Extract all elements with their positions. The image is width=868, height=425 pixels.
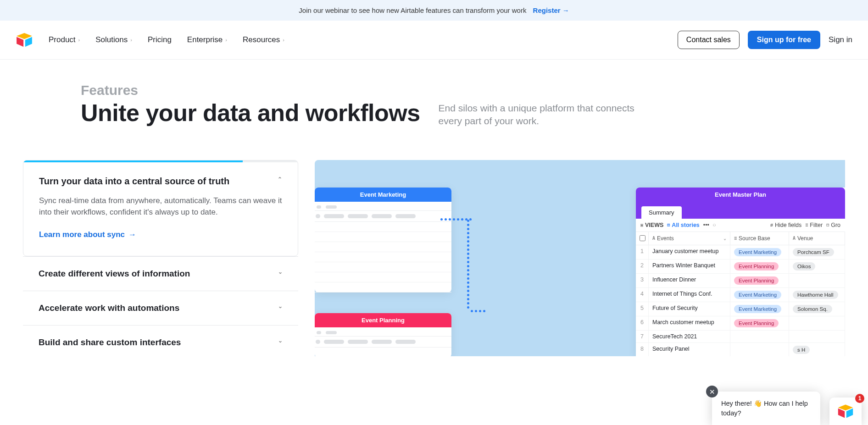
learn-more-link[interactable]: Learn more about sync→ (39, 230, 136, 239)
signin-link[interactable]: Sign in (829, 35, 852, 44)
chevron-right-icon: › (130, 37, 132, 43)
connection-dots (466, 219, 470, 309)
venue-pill: s H (793, 346, 810, 354)
cell-venue[interactable] (789, 331, 845, 342)
more-icon[interactable]: ••• (703, 222, 709, 228)
chevron-down-icon: ⌄ (278, 303, 283, 309)
cell-source[interactable]: Event Marketing (730, 288, 789, 302)
nav-pricing[interactable]: Pricing (148, 35, 172, 44)
source-pill: Event Planning (734, 319, 779, 327)
accordion-item-interfaces[interactable]: Build and share custom interfaces ⌄ (23, 325, 298, 359)
cell-source[interactable] (730, 331, 789, 342)
table-row[interactable]: 4Internet of Things Conf.Event Marketing… (636, 288, 845, 302)
cell-source[interactable]: Event Planning (730, 259, 789, 273)
col-source[interactable]: ≡ Source Base (730, 232, 789, 245)
tab-summary[interactable]: Summary (641, 206, 682, 219)
row-number: 1 (636, 245, 649, 259)
nav-enterprise[interactable]: Enterprise› (187, 35, 227, 44)
hero-subtitle: End silos with a unique platform that co… (439, 100, 659, 128)
group-icon: ⊟ (826, 222, 829, 227)
svg-marker-2 (25, 37, 32, 47)
main-nav: Product› Solutions› Pricing Enterprise› … (0, 21, 868, 60)
source-pill: Event Marketing (734, 305, 781, 313)
row-number: 6 (636, 316, 649, 330)
svg-marker-1 (17, 37, 23, 47)
cell-event[interactable]: Security Panel (649, 343, 730, 356)
cell-venue[interactable]: Hawthorne Hall (789, 288, 845, 302)
chevron-right-icon: › (283, 37, 284, 43)
pane-event-marketing: Event Marketing (315, 188, 451, 293)
accordion-text: Sync real-time data from anywhere, autom… (39, 195, 282, 218)
banner-register-link[interactable]: Register→ (533, 6, 569, 14)
cell-venue[interactable]: Porchcam SF (789, 245, 845, 259)
pane-event-planning: Event Planning (315, 313, 451, 356)
cell-event[interactable]: Partners Winter Banquet (649, 259, 730, 273)
hide-fields-button[interactable]: ø Hide fields (770, 222, 801, 228)
contact-sales-button[interactable]: Contact sales (678, 31, 740, 49)
cell-source[interactable]: Event Marketing (730, 245, 789, 259)
table-row[interactable]: 7SecureTech 2021 (636, 331, 845, 343)
cell-venue[interactable]: Oikos (789, 259, 845, 273)
table-row[interactable]: 6March customer meetupEvent Planning (636, 316, 845, 331)
cell-venue[interactable] (789, 274, 845, 287)
table-row[interactable]: 8Security Panels H (636, 343, 845, 356)
row-number: 4 (636, 288, 649, 302)
accordion-item-automations[interactable]: Accelerate work with automations ⌄ (23, 291, 298, 325)
source-pill: Event Marketing (734, 291, 781, 299)
hero-title: Unite your data and workflows (81, 100, 420, 126)
feature-visual: Event Marketing Event Planning (315, 160, 845, 356)
sidebar-icon: ▣ (640, 222, 643, 227)
cell-source[interactable]: Event Marketing (730, 302, 789, 316)
table-row[interactable]: 2Partners Winter BanquetEvent PlanningOi… (636, 259, 845, 274)
accordion-item-views[interactable]: Create different views of information ⌄ (23, 256, 298, 291)
cell-source[interactable] (730, 343, 789, 356)
cell-venue[interactable]: s H (789, 343, 845, 356)
cell-event[interactable]: SecureTech 2021 (649, 331, 730, 342)
list-icon: ≡ (734, 236, 737, 241)
nav-solutions[interactable]: Solutions› (95, 35, 132, 44)
grid-icon: ⊞ (667, 222, 670, 227)
col-venue[interactable]: A Venue (789, 232, 845, 245)
cell-event[interactable]: Influencer Dinner (649, 274, 730, 287)
accordion: Turn your data into a central source of … (23, 160, 298, 359)
cell-venue[interactable] (789, 316, 845, 330)
row-number: 7 (636, 331, 649, 342)
chevron-down-icon: ⌄ (278, 337, 283, 344)
chevron-right-icon: › (78, 37, 80, 43)
group-button[interactable]: ⊟ Gro (826, 222, 840, 228)
airtable-logo[interactable] (16, 33, 33, 47)
pane-header: Event Marketing (315, 188, 451, 202)
pane-event-master-plan: Event Master Plan Summary ▣ VIEWS ⊞ All … (636, 188, 845, 356)
source-pill: Event Marketing (734, 248, 781, 256)
pane-header: Event Master Plan (636, 188, 845, 202)
nav-product[interactable]: Product› (49, 35, 80, 44)
select-all-checkbox[interactable] (640, 235, 645, 241)
views-button[interactable]: ▣ VIEWS (640, 222, 663, 228)
filter-button[interactable]: ≡ Filter (805, 222, 823, 228)
cell-event[interactable]: Internet of Things Conf. (649, 288, 730, 302)
view-all-stories[interactable]: ⊞ All stories (667, 222, 699, 228)
announcement-banner: Join our webinar to see how new Airtable… (0, 0, 868, 21)
cell-event[interactable]: Future of Security (649, 302, 730, 316)
people-icon[interactable]: ⚇ (713, 222, 716, 227)
col-events[interactable]: A Events⌄ (649, 232, 730, 245)
table-row[interactable]: 5Future of SecurityEvent MarketingSolomo… (636, 302, 845, 316)
hero-eyebrow: Features (81, 83, 787, 98)
table-row[interactable]: 1January customer meetupEvent MarketingP… (636, 245, 845, 259)
progress-bar (23, 160, 298, 162)
signup-button[interactable]: Sign up for free (748, 31, 820, 49)
pane-header: Event Planning (315, 313, 451, 327)
cell-source[interactable]: Event Planning (730, 316, 789, 330)
banner-text: Join our webinar to see how new Airtable… (299, 6, 526, 14)
cell-event[interactable]: January customer meetup (649, 245, 730, 259)
nav-resources[interactable]: Resources› (243, 35, 284, 44)
cell-source[interactable]: Event Planning (730, 274, 789, 287)
cell-event[interactable]: March customer meetup (649, 316, 730, 330)
cell-venue[interactable]: Solomon Sq. (789, 302, 845, 316)
venue-pill: Oikos (793, 262, 815, 270)
arrow-right-icon: → (128, 230, 136, 239)
accordion-item-open[interactable]: Turn your data into a central source of … (23, 160, 298, 256)
filter-icon: ≡ (805, 222, 808, 227)
grid-header-row: A Events⌄ ≡ Source Base A Venue (636, 232, 845, 245)
table-row[interactable]: 3Influencer DinnerEvent Planning (636, 274, 845, 288)
